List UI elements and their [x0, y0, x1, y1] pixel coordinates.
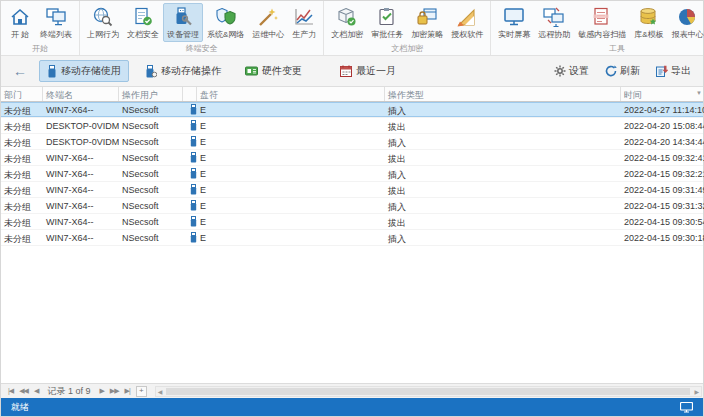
cell-drive-icon — [183, 118, 197, 133]
table-row[interactable]: 未分组 WIN7-X64-- NSecsoft E 拔出 2022-04-15 … — [1, 214, 703, 230]
globe-search-icon — [91, 6, 115, 28]
cell-dept: 未分组 — [1, 198, 43, 213]
export-label: 导出 — [671, 64, 691, 78]
cell-terminal: DESKTOP-0VIDMDJ — [43, 118, 119, 133]
connection-monitor-icon[interactable] — [680, 402, 693, 413]
status-bar: 就绪 — [1, 398, 703, 416]
ribbon-button-licensed-software[interactable]: 授权软件 — [447, 3, 487, 42]
usb-gear-icon — [145, 65, 157, 78]
cell-drive-icon — [183, 166, 197, 181]
prev-record-button[interactable]: ◀ — [31, 387, 41, 395]
lock-window-icon — [415, 6, 439, 28]
ribbon-button-label: 开 始 — [11, 29, 29, 40]
table-row[interactable]: 未分组 WIN7-X64-- NSecsoft E 插入 2022-04-15 … — [1, 230, 703, 246]
view-button-storage-usage[interactable]: 移动存储使用 — [39, 60, 129, 82]
ribbon-button-productivity[interactable]: 生产力 — [288, 3, 320, 42]
column-header-terminal[interactable]: 终端名 — [43, 87, 119, 101]
export-button[interactable]: 导出 — [652, 62, 695, 80]
back-button[interactable]: ← — [9, 63, 31, 79]
scroll-left-icon[interactable]: ◀ — [156, 388, 165, 395]
cell-terminal: WIN7-X64-- — [43, 102, 119, 117]
cell-drive-icon — [183, 102, 197, 117]
scrollbar-thumb[interactable] — [166, 388, 690, 395]
ribbon-button-label: 设备管理 — [167, 29, 199, 40]
cell-operator: NSecsoft — [119, 134, 183, 149]
prev-page-button[interactable]: ◀◀ — [16, 387, 31, 395]
first-record-button[interactable]: |◀ — [5, 387, 16, 395]
cell-time: 2022-04-15 09:32:21 — [621, 166, 704, 181]
ribbon-button-label: 文档加密 — [331, 29, 363, 40]
ribbon-button-sensitive-scan[interactable]: 敏感内容扫描 — [574, 3, 630, 42]
usb-drive-icon — [190, 120, 197, 131]
column-header-time[interactable]: 时间 ▼ — [621, 87, 704, 101]
cell-dept: 未分组 — [1, 150, 43, 165]
column-header-operator[interactable]: 操作用户 — [119, 87, 183, 101]
ribbon-button-doc-security[interactable]: 文档安全 — [123, 3, 163, 42]
ribbon-button-report-center[interactable]: 报表中心 — [668, 3, 704, 42]
cell-dept: 未分组 — [1, 214, 43, 229]
ribbon-group-start: 开 始 终端列表 开始 — [1, 1, 80, 55]
magic-wand-icon — [256, 6, 280, 28]
cell-dept: 未分组 — [1, 182, 43, 197]
hardware-card-icon — [245, 66, 258, 77]
sort-arrow-icon[interactable]: ▼ — [696, 90, 702, 96]
cell-dept: 未分组 — [1, 134, 43, 149]
last-record-button[interactable]: ▶| — [122, 387, 133, 395]
export-icon — [656, 65, 668, 77]
ribbon-button-encrypt-policy[interactable]: 加密策略 — [407, 3, 447, 42]
document-scan-icon — [590, 6, 614, 28]
usb-wrench-icon — [171, 6, 195, 28]
view-button-label: 移动存储使用 — [61, 64, 121, 78]
usb-drive-icon — [190, 216, 197, 227]
cell-drive: E — [197, 230, 385, 245]
cell-time: 2022-04-20 15:08:44 — [621, 118, 704, 133]
table-row[interactable]: 未分组 WIN7-X64-- NSecsoft E 拔出 2022-04-15 … — [1, 150, 703, 166]
table-row[interactable]: 未分组 DESKTOP-0VIDMDJ NSecsoft E 插入 2022-0… — [1, 134, 703, 150]
refresh-icon — [605, 65, 617, 77]
table-row[interactable]: 未分组 WIN7-X64-- NSecsoft E 插入 2022-04-15 … — [1, 198, 703, 214]
cell-drive: E — [197, 150, 385, 165]
cell-operator: NSecsoft — [119, 102, 183, 117]
date-filter-button[interactable]: 最近一月 — [332, 60, 404, 82]
cell-operator: NSecsoft — [119, 182, 183, 197]
horizontal-scrollbar[interactable]: ◀ ▶ — [155, 386, 702, 397]
ribbon-button-web-behavior[interactable]: 上网行为 — [83, 3, 123, 42]
ribbon-button-label: 系统&网络 — [207, 29, 244, 40]
next-page-button[interactable]: ▶▶ — [107, 387, 122, 395]
scroll-right-icon[interactable]: ▶ — [692, 388, 701, 395]
column-header-drive[interactable]: 盘符 — [197, 87, 385, 101]
cell-terminal: WIN7-X64-- — [43, 182, 119, 197]
ribbon-button-system-network[interactable]: 系统&网络 — [203, 3, 248, 42]
table-empty-area — [1, 246, 703, 383]
refresh-button[interactable]: 刷新 — [601, 62, 644, 80]
ribbon-button-ops-center[interactable]: 运维中心 — [248, 3, 288, 42]
table-row[interactable]: 未分组 WIN7-X64-- NSecsoft E 插入 2022-04-15 … — [1, 166, 703, 182]
table-row[interactable]: 未分组 DESKTOP-0VIDMDJ NSecsoft E 拔出 2022-0… — [1, 118, 703, 134]
ribbon-button-realtime-screen[interactable]: 实时屏幕 — [494, 3, 534, 42]
records-table: 部门 终端名 操作用户 盘符 操作类型 时间 ▼ 未分组 WIN7-X64-- … — [1, 87, 703, 383]
cell-operator: NSecsoft — [119, 166, 183, 181]
ribbon-button-approval-tasks[interactable]: 审批任务 — [367, 3, 407, 42]
column-header-dept[interactable]: 部门 — [1, 87, 43, 101]
add-record-button[interactable]: + — [136, 386, 147, 397]
cell-time: 2022-04-15 09:32:41 — [621, 150, 704, 165]
table-row[interactable]: 未分组 WIN7-X64-- NSecsoft E 插入 2022-04-27 … — [1, 102, 703, 118]
view-button-label: 硬件变更 — [262, 64, 302, 78]
table-row[interactable]: 未分组 WIN7-X64-- NSecsoft E 拔出 2022-04-15 … — [1, 182, 703, 198]
column-header-drive-icon[interactable] — [183, 87, 197, 101]
view-button-hardware-change[interactable]: 硬件变更 — [237, 60, 310, 82]
cell-op-type: 拔出 — [385, 118, 621, 133]
cell-dept: 未分组 — [1, 166, 43, 181]
ribbon-button-doc-encrypt[interactable]: 文档加密 — [327, 3, 367, 42]
column-header-op-type[interactable]: 操作类型 — [385, 87, 621, 101]
settings-button[interactable]: 设置 — [550, 62, 593, 80]
ribbon-button-start[interactable]: 开 始 — [4, 3, 36, 42]
view-button-storage-ops[interactable]: 移动存储操作 — [137, 60, 229, 82]
ribbon-button-library-template[interactable]: 库&模板 — [630, 3, 667, 42]
next-record-button[interactable]: ▶ — [96, 387, 106, 395]
cell-terminal: WIN7-X64-- — [43, 214, 119, 229]
ribbon-button-remote-assist[interactable]: 远程协助 — [534, 3, 574, 42]
ribbon-button-terminal-list[interactable]: 终端列表 — [36, 3, 76, 42]
set-square-icon — [455, 6, 479, 28]
ribbon-button-device-manage[interactable]: 设备管理 — [163, 3, 203, 42]
